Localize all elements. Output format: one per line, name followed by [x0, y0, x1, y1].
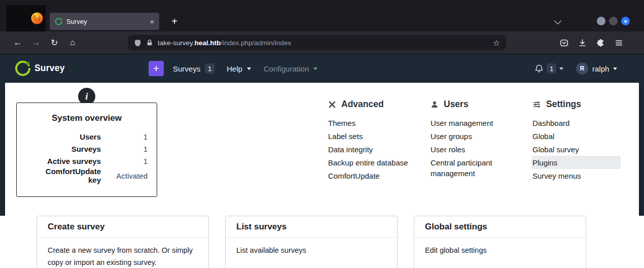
card-title: Global settings	[414, 216, 586, 238]
advanced-title: Advanced	[341, 99, 384, 110]
chevron-down-icon	[247, 68, 251, 70]
system-overview-box: System overview Users 1 Surveys 1 Active…	[16, 103, 157, 197]
browser-tab[interactable]: Survey ×	[50, 13, 159, 30]
menu-item-global-survey[interactable]: Global survey	[531, 143, 621, 156]
sliders-icon	[532, 100, 541, 109]
menu-item-backup-database[interactable]: Backup entire database	[327, 156, 423, 169]
menu-item-plugins[interactable]: Plugins	[531, 156, 621, 169]
bookmark-star-icon[interactable]: ☆	[493, 38, 500, 48]
users-title: Users	[444, 99, 469, 110]
settings-title: Settings	[546, 99, 581, 110]
url-path: /index.php/admin/index	[221, 39, 291, 47]
app-header: Survey + Surveys 1 Help Configuration 1 …	[0, 54, 644, 83]
nav-help[interactable]: Help	[227, 54, 251, 83]
overview-value: 1	[101, 157, 148, 165]
overview-label: ComfortUpdate key	[33, 167, 101, 184]
settings-header: Settings	[531, 99, 621, 110]
overview-row: Users 1	[17, 130, 157, 143]
system-overview-rows: Users 1 Surveys 1 Active surveys 1 Comfo…	[17, 130, 157, 179]
nav-help-label: Help	[227, 64, 242, 73]
forward-button[interactable]: →	[28, 35, 44, 51]
limesurvey-logo	[15, 60, 31, 77]
configuration-dropdown-backdrop: i System overview Users 1 Surveys 1 Acti…	[0, 83, 644, 216]
menu-item-comfortupdate[interactable]: ComfortUpdate	[327, 169, 423, 182]
browser-titlebar: Survey × + ×	[0, 0, 644, 31]
global-settings-card[interactable]: Global settings Edit global settings	[414, 216, 586, 268]
url-bar[interactable]: take-survey.heal.htb/index.php/admin/ind…	[128, 35, 506, 50]
menu-column-users: Users User management User groups User r…	[430, 99, 506, 180]
limesurvey-favicon	[55, 18, 62, 25]
new-tab-button[interactable]: +	[167, 14, 182, 28]
tab-close-icon[interactable]: ×	[150, 18, 154, 25]
overview-row: Surveys 1	[17, 143, 157, 155]
menu-item-global[interactable]: Global	[531, 129, 621, 143]
page-content: Create survey Create a new survey from s…	[0, 216, 644, 268]
shield-icon[interactable]	[134, 39, 141, 47]
user-icon	[431, 100, 439, 109]
menu-item-label-sets[interactable]: Label sets	[327, 129, 423, 143]
menu-item-themes[interactable]: Themes	[327, 116, 423, 129]
home-button[interactable]: ⌂	[64, 35, 81, 51]
maximize-button[interactable]	[609, 17, 618, 25]
card-text: Create a new survey from scratch. Or sim…	[37, 238, 208, 268]
overview-value: Activated	[101, 172, 148, 180]
overview-value: 1	[101, 145, 148, 153]
menu-column-advanced: Advanced Themes Label sets Data integrit…	[327, 99, 423, 182]
bell-icon	[534, 64, 544, 73]
reload-button[interactable]: ↻	[46, 35, 62, 51]
back-button[interactable]: ←	[10, 35, 26, 51]
overview-value: 1	[101, 132, 148, 141]
notifications-menu[interactable]: 1	[534, 54, 563, 83]
card-text: Edit global settings	[414, 238, 586, 263]
card-title: List surveys	[226, 216, 397, 238]
overview-label: Users	[33, 132, 101, 141]
settings-items: Dashboard Global Global survey Plugins S…	[531, 116, 621, 182]
firefox-app-icon-area	[6, 5, 46, 31]
users-header: Users	[430, 99, 506, 110]
pocket-icon[interactable]	[556, 35, 572, 51]
overview-label: Active surveys	[33, 157, 101, 165]
nav-configuration-label: Configuration	[264, 64, 309, 73]
url-text: take-survey.heal.htb/index.php/admin/ind…	[158, 39, 291, 47]
hamburger-menu-icon[interactable]	[611, 35, 627, 51]
user-menu[interactable]: R ralph	[576, 54, 617, 83]
chevron-down-icon	[613, 68, 617, 70]
url-prefix: take-survey.	[158, 39, 195, 47]
screen: Survey × + × ← → ↻ ⌂ take-survey.heal.ht…	[0, 0, 644, 268]
url-domain: heal.htb	[195, 39, 221, 47]
card-title: Create survey	[37, 216, 208, 238]
create-survey-button[interactable]: +	[149, 61, 164, 76]
window-controls: ×	[597, 17, 630, 25]
chevron-down-icon	[559, 68, 563, 70]
advanced-items: Themes Label sets Data integrity Backup …	[327, 116, 423, 182]
menu-item-user-management[interactable]: User management	[430, 116, 506, 129]
list-surveys-card[interactable]: List surveys List available surveys	[225, 216, 398, 268]
minimize-button[interactable]	[597, 17, 605, 25]
menu-item-central-participant-management[interactable]: Central participant management	[430, 156, 506, 180]
close-window-button[interactable]: ×	[621, 17, 630, 25]
nav-configuration[interactable]: Configuration	[264, 54, 317, 83]
user-name: ralph	[592, 64, 609, 73]
configuration-mega-menu: i System overview Users 1 Surveys 1 Acti…	[5, 83, 639, 216]
tab-list-chevron-icon[interactable]	[554, 17, 561, 24]
users-items: User management User groups User roles C…	[430, 116, 506, 180]
downloads-icon[interactable]	[574, 35, 590, 51]
menu-item-data-integrity[interactable]: Data integrity	[327, 143, 423, 156]
advanced-header: Advanced	[327, 99, 423, 110]
menu-item-user-roles[interactable]: User roles	[430, 143, 506, 156]
browser-toolbar: ← → ↻ ⌂ take-survey.heal.htb/index.php/a…	[0, 31, 644, 54]
menu-item-survey-menus[interactable]: Survey menus	[531, 169, 621, 182]
card-text: List available surveys	[226, 238, 397, 263]
extensions-icon[interactable]	[592, 35, 609, 51]
firefox-icon	[30, 12, 44, 25]
chevron-down-icon	[313, 68, 317, 70]
tab-title: Survey	[66, 18, 87, 25]
menu-item-dashboard[interactable]: Dashboard	[531, 116, 621, 129]
surveys-count-badge: 1	[205, 63, 214, 74]
nav-surveys-label: Surveys	[173, 64, 200, 73]
create-survey-card[interactable]: Create survey Create a new survey from s…	[37, 216, 209, 268]
menu-item-user-groups[interactable]: User groups	[430, 129, 506, 143]
nav-surveys[interactable]: Surveys 1	[173, 54, 214, 83]
notification-count-badge: 1	[547, 63, 556, 74]
lock-icon[interactable]	[146, 39, 153, 46]
